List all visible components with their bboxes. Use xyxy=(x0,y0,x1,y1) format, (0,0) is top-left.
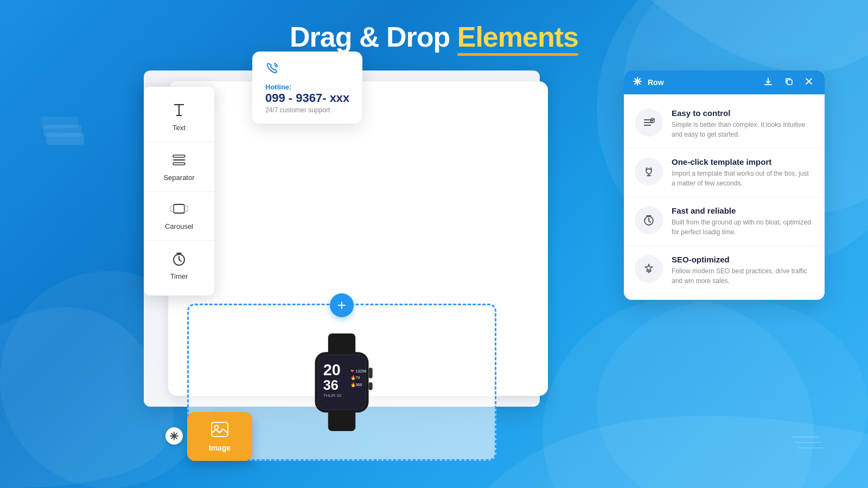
row-close-btn[interactable] xyxy=(802,76,816,88)
text-element-icon xyxy=(171,102,187,120)
title-highlight: Elements xyxy=(457,21,578,53)
svg-text:❤: ❤ xyxy=(350,369,354,374)
svg-line-47 xyxy=(649,221,650,222)
row-move-icon[interactable] xyxy=(633,76,642,88)
feature-item-easy: Easy to control Simple is better than co… xyxy=(624,100,825,149)
feature-item-import: One-click template import Import a templ… xyxy=(624,149,825,197)
feature-text-fast: Fast and reliable Built from the ground … xyxy=(672,206,814,237)
drag-cursor-icon xyxy=(165,427,183,445)
element-text[interactable]: Text xyxy=(144,92,214,142)
feature-title-seo: SEO-optimized xyxy=(672,255,814,264)
feature-desc-easy: Simple is better than complex. It looks … xyxy=(672,120,814,139)
hotline-label: Hotline: xyxy=(265,83,349,91)
svg-rect-22 xyxy=(369,382,373,390)
element-carousel[interactable]: Carousel xyxy=(144,192,214,241)
element-separator[interactable]: Separator xyxy=(144,142,214,192)
feature-text-seo: SEO-optimized Follow modern SEO best pra… xyxy=(672,255,814,286)
content-area: Hotline: 099 - 9367- xxx 24/7 customer s… xyxy=(0,70,868,488)
svg-rect-40 xyxy=(787,80,792,85)
feature-icon-import xyxy=(635,157,663,185)
image-drag-icon xyxy=(210,421,229,441)
svg-text:79: 79 xyxy=(355,375,360,380)
svg-line-34 xyxy=(179,260,181,261)
carousel-element-icon xyxy=(170,202,188,219)
feature-desc-fast: Built from the ground up with no bloat, … xyxy=(672,217,814,237)
timer-element-icon xyxy=(171,251,187,269)
svg-rect-26 xyxy=(173,155,185,157)
decorative-lines xyxy=(792,432,825,466)
page-title-section: Drag & Drop Elements xyxy=(0,0,868,53)
row-panel-header: Row xyxy=(624,70,825,94)
hotline-card: Hotline: 099 - 9367- xxx 24/7 customer s… xyxy=(252,52,362,124)
feature-item-fast: Fast and reliable Built from the ground … xyxy=(624,197,825,246)
timer-element-label: Timer xyxy=(170,272,188,280)
svg-rect-21 xyxy=(369,368,373,378)
hotline-number: 099 - 9367- xxx xyxy=(265,91,349,105)
svg-text:368: 368 xyxy=(355,382,362,387)
carousel-element-label: Carousel xyxy=(165,222,193,230)
element-timer[interactable]: Timer xyxy=(144,241,214,290)
feature-icon-easy xyxy=(635,108,663,137)
svg-text:36: 36 xyxy=(323,377,339,393)
feature-title-easy: Easy to control xyxy=(672,108,814,118)
svg-rect-4 xyxy=(41,117,79,129)
svg-rect-37 xyxy=(212,422,228,436)
svg-text:20: 20 xyxy=(323,361,341,378)
text-element-label: Text xyxy=(173,124,186,132)
feature-item-seo: SEO-optimized Follow modern SEO best pra… xyxy=(624,246,825,294)
drop-zone-add-button[interactable]: + xyxy=(330,293,354,317)
separator-element-label: Separator xyxy=(163,174,194,182)
row-panel-label: Row xyxy=(648,78,755,87)
elements-sidebar: Text Separator Carousel xyxy=(144,87,214,296)
feature-title-fast: Fast and reliable xyxy=(672,206,814,215)
svg-rect-29 xyxy=(174,204,184,213)
stack-icon xyxy=(41,108,90,149)
image-drag-element[interactable]: Image xyxy=(187,412,252,461)
feature-desc-seo: Follow modern SEO best practices, drive … xyxy=(672,266,814,286)
hotline-support: 24/7 customer support xyxy=(265,106,349,114)
feature-text-easy: Easy to control Simple is better than co… xyxy=(672,108,814,139)
image-drag-label: Image xyxy=(209,444,231,452)
separator-element-icon xyxy=(171,152,187,170)
row-panel-content: Easy to control Simple is better than co… xyxy=(624,94,825,300)
svg-point-38 xyxy=(215,425,219,429)
feature-desc-import: Import a template that works out of the … xyxy=(672,169,814,188)
svg-rect-28 xyxy=(173,163,185,165)
phone-icon xyxy=(265,61,349,80)
watch-image: 20 36 ❤ 13256 🔥 79 🔥 368 THUR 32 xyxy=(298,333,385,431)
row-panel: Row Easy to xyxy=(624,70,825,300)
feature-text-import: One-click template import Import a templ… xyxy=(672,157,814,188)
svg-text:13256: 13256 xyxy=(355,369,366,374)
feature-icon-seo xyxy=(635,255,663,283)
svg-text:THUR  32: THUR 32 xyxy=(323,393,342,398)
row-download-btn[interactable] xyxy=(761,76,776,89)
feature-title-import: One-click template import xyxy=(672,157,814,166)
title-text-part1: Drag & Drop xyxy=(290,21,457,53)
feature-icon-fast xyxy=(635,206,663,234)
row-copy-btn[interactable] xyxy=(781,76,796,89)
